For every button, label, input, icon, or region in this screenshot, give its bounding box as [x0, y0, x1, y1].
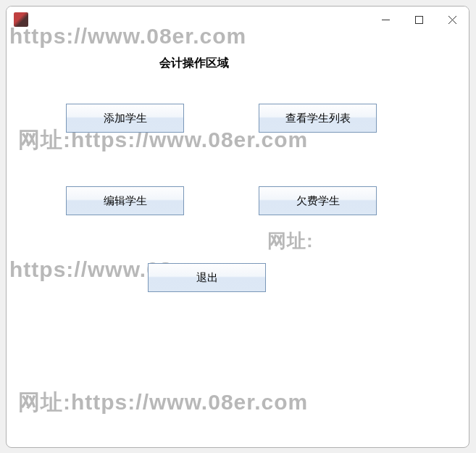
close-button[interactable] — [435, 8, 469, 31]
exit-button[interactable]: 退出 — [148, 263, 266, 292]
titlebar — [7, 7, 469, 33]
page-title-container: 会计操作区域 — [7, 56, 469, 71]
svg-rect-1 — [415, 16, 422, 23]
maximize-button[interactable] — [402, 8, 435, 31]
add-student-button[interactable]: 添加学生 — [66, 104, 184, 133]
owed-student-button[interactable]: 欠费学生 — [259, 186, 377, 215]
app-window: https://www.08er.com 网址:https://www.08er… — [6, 6, 469, 448]
app-icon — [14, 12, 28, 27]
window-controls — [369, 7, 469, 33]
content-area: https://www.08er.com 网址:https://www.08er… — [7, 33, 469, 447]
view-student-list-button[interactable]: 查看学生列表 — [259, 104, 377, 133]
minimize-button[interactable] — [369, 8, 402, 31]
watermark-text: 网址:https://www.08er.com — [18, 388, 308, 417]
watermark-text: 网址: — [267, 228, 314, 254]
page-title: 会计操作区域 — [159, 56, 229, 71]
edit-student-button[interactable]: 编辑学生 — [66, 186, 184, 215]
